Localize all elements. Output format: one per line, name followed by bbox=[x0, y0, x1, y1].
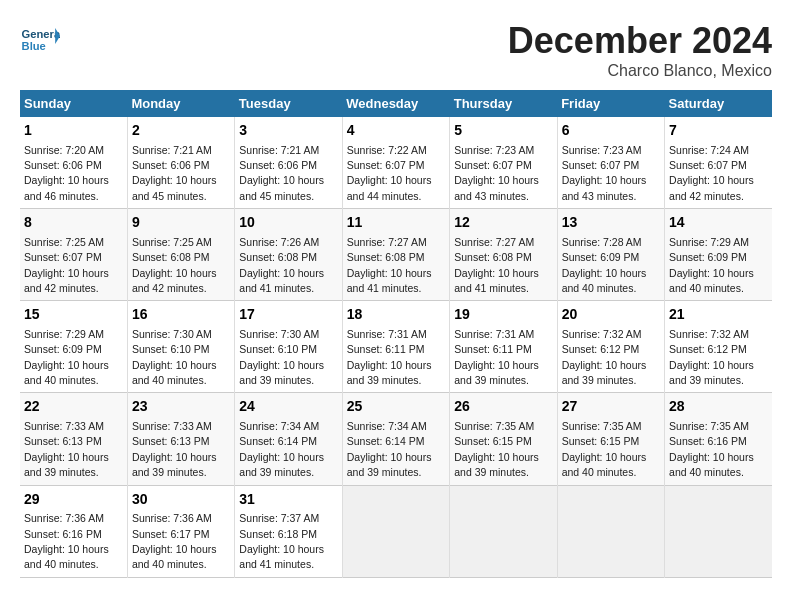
day-number: 15 bbox=[24, 305, 123, 325]
day-number: 25 bbox=[347, 397, 445, 417]
calendar-day-cell: 8Sunrise: 7:25 AMSunset: 6:07 PMDaylight… bbox=[20, 209, 127, 301]
day-number: 31 bbox=[239, 490, 337, 510]
day-info: Sunrise: 7:21 AMSunset: 6:06 PMDaylight:… bbox=[132, 144, 217, 202]
day-number: 8 bbox=[24, 213, 123, 233]
day-of-week-header: Sunday bbox=[20, 90, 127, 117]
calendar-day-cell: 22Sunrise: 7:33 AMSunset: 6:13 PMDayligh… bbox=[20, 393, 127, 485]
calendar-day-cell: 16Sunrise: 7:30 AMSunset: 6:10 PMDayligh… bbox=[127, 301, 234, 393]
day-number: 14 bbox=[669, 213, 768, 233]
day-info: Sunrise: 7:33 AMSunset: 6:13 PMDaylight:… bbox=[132, 420, 217, 478]
day-info: Sunrise: 7:26 AMSunset: 6:08 PMDaylight:… bbox=[239, 236, 324, 294]
calendar-day-cell: 18Sunrise: 7:31 AMSunset: 6:11 PMDayligh… bbox=[342, 301, 449, 393]
day-info: Sunrise: 7:32 AMSunset: 6:12 PMDaylight:… bbox=[562, 328, 647, 386]
calendar-table: SundayMondayTuesdayWednesdayThursdayFrid… bbox=[20, 90, 772, 578]
calendar-day-cell: 6Sunrise: 7:23 AMSunset: 6:07 PMDaylight… bbox=[557, 117, 664, 209]
calendar-day-cell: 13Sunrise: 7:28 AMSunset: 6:09 PMDayligh… bbox=[557, 209, 664, 301]
day-info: Sunrise: 7:30 AMSunset: 6:10 PMDaylight:… bbox=[132, 328, 217, 386]
calendar-day-cell: 26Sunrise: 7:35 AMSunset: 6:15 PMDayligh… bbox=[450, 393, 557, 485]
day-number: 29 bbox=[24, 490, 123, 510]
day-info: Sunrise: 7:31 AMSunset: 6:11 PMDaylight:… bbox=[454, 328, 539, 386]
day-number: 28 bbox=[669, 397, 768, 417]
day-info: Sunrise: 7:33 AMSunset: 6:13 PMDaylight:… bbox=[24, 420, 109, 478]
day-info: Sunrise: 7:25 AMSunset: 6:07 PMDaylight:… bbox=[24, 236, 109, 294]
day-of-week-header: Thursday bbox=[450, 90, 557, 117]
day-number: 9 bbox=[132, 213, 230, 233]
calendar-day-cell: 24Sunrise: 7:34 AMSunset: 6:14 PMDayligh… bbox=[235, 393, 342, 485]
day-number: 18 bbox=[347, 305, 445, 325]
day-number: 17 bbox=[239, 305, 337, 325]
day-number: 10 bbox=[239, 213, 337, 233]
calendar-day-cell: 28Sunrise: 7:35 AMSunset: 6:16 PMDayligh… bbox=[665, 393, 772, 485]
day-number: 22 bbox=[24, 397, 123, 417]
calendar-day-cell: 7Sunrise: 7:24 AMSunset: 6:07 PMDaylight… bbox=[665, 117, 772, 209]
calendar-day-cell: 25Sunrise: 7:34 AMSunset: 6:14 PMDayligh… bbox=[342, 393, 449, 485]
day-number: 16 bbox=[132, 305, 230, 325]
day-number: 12 bbox=[454, 213, 552, 233]
day-info: Sunrise: 7:31 AMSunset: 6:11 PMDaylight:… bbox=[347, 328, 432, 386]
day-info: Sunrise: 7:37 AMSunset: 6:18 PMDaylight:… bbox=[239, 512, 324, 570]
day-number: 21 bbox=[669, 305, 768, 325]
day-info: Sunrise: 7:30 AMSunset: 6:10 PMDaylight:… bbox=[239, 328, 324, 386]
day-info: Sunrise: 7:27 AMSunset: 6:08 PMDaylight:… bbox=[454, 236, 539, 294]
day-info: Sunrise: 7:35 AMSunset: 6:15 PMDaylight:… bbox=[562, 420, 647, 478]
day-number: 30 bbox=[132, 490, 230, 510]
location-title: Charco Blanco, Mexico bbox=[508, 62, 772, 80]
day-info: Sunrise: 7:35 AMSunset: 6:16 PMDaylight:… bbox=[669, 420, 754, 478]
day-number: 26 bbox=[454, 397, 552, 417]
day-info: Sunrise: 7:34 AMSunset: 6:14 PMDaylight:… bbox=[347, 420, 432, 478]
day-number: 1 bbox=[24, 121, 123, 141]
calendar-day-cell: 17Sunrise: 7:30 AMSunset: 6:10 PMDayligh… bbox=[235, 301, 342, 393]
day-number: 13 bbox=[562, 213, 660, 233]
calendar-day-cell: 27Sunrise: 7:35 AMSunset: 6:15 PMDayligh… bbox=[557, 393, 664, 485]
svg-text:Blue: Blue bbox=[22, 40, 46, 52]
day-info: Sunrise: 7:36 AMSunset: 6:17 PMDaylight:… bbox=[132, 512, 217, 570]
calendar-day-cell: 14Sunrise: 7:29 AMSunset: 6:09 PMDayligh… bbox=[665, 209, 772, 301]
calendar-week-row: 22Sunrise: 7:33 AMSunset: 6:13 PMDayligh… bbox=[20, 393, 772, 485]
calendar-day-cell bbox=[342, 485, 449, 577]
day-info: Sunrise: 7:27 AMSunset: 6:08 PMDaylight:… bbox=[347, 236, 432, 294]
calendar-day-cell: 10Sunrise: 7:26 AMSunset: 6:08 PMDayligh… bbox=[235, 209, 342, 301]
day-info: Sunrise: 7:34 AMSunset: 6:14 PMDaylight:… bbox=[239, 420, 324, 478]
day-of-week-header: Tuesday bbox=[235, 90, 342, 117]
calendar-day-cell: 21Sunrise: 7:32 AMSunset: 6:12 PMDayligh… bbox=[665, 301, 772, 393]
calendar-day-cell bbox=[557, 485, 664, 577]
logo: General Blue bbox=[20, 20, 65, 60]
calendar-day-cell: 11Sunrise: 7:27 AMSunset: 6:08 PMDayligh… bbox=[342, 209, 449, 301]
calendar-day-cell: 20Sunrise: 7:32 AMSunset: 6:12 PMDayligh… bbox=[557, 301, 664, 393]
day-number: 4 bbox=[347, 121, 445, 141]
day-info: Sunrise: 7:21 AMSunset: 6:06 PMDaylight:… bbox=[239, 144, 324, 202]
day-number: 3 bbox=[239, 121, 337, 141]
day-info: Sunrise: 7:29 AMSunset: 6:09 PMDaylight:… bbox=[669, 236, 754, 294]
calendar-day-cell: 19Sunrise: 7:31 AMSunset: 6:11 PMDayligh… bbox=[450, 301, 557, 393]
svg-text:General: General bbox=[22, 28, 60, 40]
day-info: Sunrise: 7:23 AMSunset: 6:07 PMDaylight:… bbox=[454, 144, 539, 202]
day-info: Sunrise: 7:35 AMSunset: 6:15 PMDaylight:… bbox=[454, 420, 539, 478]
day-of-week-header: Friday bbox=[557, 90, 664, 117]
calendar-week-row: 15Sunrise: 7:29 AMSunset: 6:09 PMDayligh… bbox=[20, 301, 772, 393]
calendar-day-cell: 30Sunrise: 7:36 AMSunset: 6:17 PMDayligh… bbox=[127, 485, 234, 577]
day-number: 24 bbox=[239, 397, 337, 417]
calendar-day-cell: 29Sunrise: 7:36 AMSunset: 6:16 PMDayligh… bbox=[20, 485, 127, 577]
day-number: 7 bbox=[669, 121, 768, 141]
calendar-week-row: 29Sunrise: 7:36 AMSunset: 6:16 PMDayligh… bbox=[20, 485, 772, 577]
day-number: 2 bbox=[132, 121, 230, 141]
calendar-day-cell: 1Sunrise: 7:20 AMSunset: 6:06 PMDaylight… bbox=[20, 117, 127, 209]
calendar-day-cell: 12Sunrise: 7:27 AMSunset: 6:08 PMDayligh… bbox=[450, 209, 557, 301]
day-number: 20 bbox=[562, 305, 660, 325]
month-title: December 2024 bbox=[508, 20, 772, 62]
calendar-day-cell bbox=[450, 485, 557, 577]
calendar-header-row: SundayMondayTuesdayWednesdayThursdayFrid… bbox=[20, 90, 772, 117]
day-number: 5 bbox=[454, 121, 552, 141]
calendar-day-cell: 9Sunrise: 7:25 AMSunset: 6:08 PMDaylight… bbox=[127, 209, 234, 301]
day-info: Sunrise: 7:23 AMSunset: 6:07 PMDaylight:… bbox=[562, 144, 647, 202]
day-info: Sunrise: 7:36 AMSunset: 6:16 PMDaylight:… bbox=[24, 512, 109, 570]
day-of-week-header: Monday bbox=[127, 90, 234, 117]
logo-icon: General Blue bbox=[20, 20, 60, 60]
day-number: 23 bbox=[132, 397, 230, 417]
day-number: 11 bbox=[347, 213, 445, 233]
calendar-day-cell: 31Sunrise: 7:37 AMSunset: 6:18 PMDayligh… bbox=[235, 485, 342, 577]
day-of-week-header: Wednesday bbox=[342, 90, 449, 117]
calendar-day-cell bbox=[665, 485, 772, 577]
day-info: Sunrise: 7:24 AMSunset: 6:07 PMDaylight:… bbox=[669, 144, 754, 202]
title-block: December 2024 Charco Blanco, Mexico bbox=[508, 20, 772, 80]
